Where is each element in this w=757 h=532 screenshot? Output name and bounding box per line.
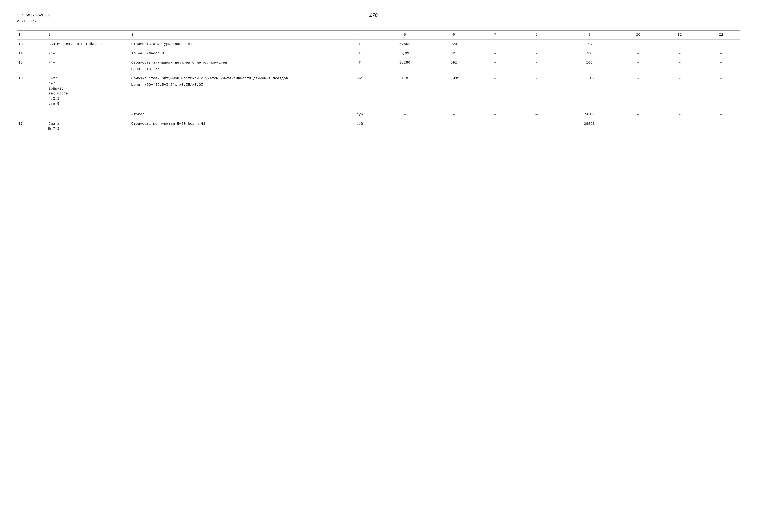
col-header-4: 4 <box>341 30 378 39</box>
row-i5-col10: – <box>619 58 657 74</box>
row-i5-col4: Т <box>341 58 378 74</box>
col-header-6: 6 <box>431 30 476 39</box>
row-i6-ref2: 4–7 <box>48 81 129 86</box>
row-i4-col8: – <box>514 49 560 58</box>
row-i4-col2: –"– <box>47 49 130 58</box>
row-i5-col8: – <box>514 58 560 74</box>
itogo-col5: — <box>378 108 431 119</box>
row-i6-col12: – <box>702 74 740 108</box>
page-header: Т.п.50I–07–3.83 Ал.III.87 178 <box>17 13 740 24</box>
row-i6-ref1: 8–27 <box>48 76 129 81</box>
table-row: I6 8–27 4–7 ЕрЕр–28 тех.часть п.2.I стр.… <box>17 74 740 108</box>
row-i6-ref4: тех.часть <box>48 91 129 96</box>
row-i3-col4: Т <box>341 39 378 49</box>
row-i5-col3: Стоимость закладных деталей с металлиза–… <box>130 58 341 74</box>
row-i4-col5: 0,09 <box>378 49 431 58</box>
row-i7-col3: Стоимость по пунктам 5÷50 без п.43 <box>130 119 341 134</box>
row-i4-col12: – <box>702 49 740 58</box>
row-i7-ref1: Смета <box>48 121 129 126</box>
row-i4-col7: – <box>476 49 514 58</box>
row-i7-ref2: № 7–I <box>48 126 129 131</box>
row-i5-col11: – <box>657 58 702 74</box>
row-i6-col9: I I0 <box>559 74 619 108</box>
row-i4-col9: 29 <box>559 49 619 58</box>
row-i4-col6: 32I <box>431 49 476 58</box>
itogo-col4: руб <box>341 108 378 119</box>
doc-reference: Т.п.50I–07–3.83 Ал.III.87 <box>17 13 50 24</box>
row-i7-col5: – <box>378 119 431 134</box>
col-header-1: I <box>17 30 47 39</box>
row-i4-col11: – <box>657 49 702 58</box>
row-i6-col8: – <box>514 74 560 108</box>
row-i4-col10: – <box>619 49 657 58</box>
col-header-7: 7 <box>476 30 514 39</box>
row-i3-col11: – <box>657 39 702 49</box>
row-i3-col1: I3 <box>17 39 47 49</box>
row-i3-col7: – <box>476 39 514 49</box>
itogo-col11: – <box>657 108 702 119</box>
row-i5-desc1: Стоимость закладных деталей с металлиза–… <box>131 60 340 65</box>
col-header-9: 9 <box>559 30 619 39</box>
table-row: I7 Смета № 7–I Стоимость по пунктам 5÷50… <box>17 119 740 134</box>
row-i6-ref6: стр.5 <box>48 101 129 106</box>
row-i3-col3: Стоимость арматуры класса АI <box>130 39 341 49</box>
row-i5-col12: – <box>702 58 740 74</box>
itogo-col8: — <box>514 108 560 119</box>
row-i6-col7: – <box>476 74 514 108</box>
itogo-col10: — <box>619 108 657 119</box>
row-i5-col2: –"– <box>47 58 130 74</box>
itogo-col3: Итого: <box>130 108 341 119</box>
itogo-col6: — <box>431 108 476 119</box>
row-i3-col9: I97 <box>559 39 619 49</box>
col-header-11: II <box>657 30 702 39</box>
row-i4-col1: I4 <box>17 49 47 58</box>
doc-ref-line1: Т.п.50I–07–3.83 <box>17 13 50 18</box>
row-i7-col10: – <box>619 119 657 134</box>
main-table: I 2 3 4 5 6 7 8 9 IO II I2 I3 ССЦ МО тех… <box>17 30 740 133</box>
row-i3-col2: ССЦ МО тех.часть табл.3–I <box>47 39 130 49</box>
row-i3-col10: – <box>619 39 657 49</box>
row-i3-col6: 229 <box>431 39 476 49</box>
table-row: I3 ССЦ МО тех.часть табл.3–I Стоимость а… <box>17 39 740 49</box>
row-i6-col11: – <box>657 74 702 108</box>
row-i6-desc2: Цена: /90+(I9,5+I,5)x x0,I5/x0,0I <box>131 82 340 87</box>
row-i4-col3: То же, класса ВI <box>130 49 341 58</box>
itogo-col7: — <box>476 108 514 119</box>
row-i7-col6: – <box>431 119 476 134</box>
row-i3-col8: – <box>514 39 560 49</box>
row-i6-col2: 8–27 4–7 ЕрЕр–28 тех.часть п.2.I стр.5 <box>47 74 130 108</box>
row-i7-col1: I7 <box>17 119 47 134</box>
col-header-12: I2 <box>702 30 740 39</box>
col-header-3: 3 <box>130 30 341 39</box>
row-i6-col3: Обмазка стоек битумной мастикой с учетом… <box>130 74 341 108</box>
col-header-2: 2 <box>47 30 130 39</box>
row-i7-col12: – <box>702 119 740 134</box>
row-i3-col5: 0,862 <box>378 39 431 49</box>
row-i5-col7: – <box>476 58 514 74</box>
itogo-col12: — <box>702 108 740 119</box>
row-i3-col12: – <box>702 39 740 49</box>
row-i7-col2: Смета № 7–I <box>47 119 130 134</box>
row-i6-ref3: ЕрЕр–28 <box>48 86 129 91</box>
row-i6-ref5: п.2.I <box>48 96 129 101</box>
page-number: 178 <box>50 13 697 18</box>
col-header-8: 8 <box>514 30 560 39</box>
row-i7-col8: – <box>514 119 560 134</box>
row-i7-col7: – <box>476 119 514 134</box>
row-i5-col5: 0,I80 <box>378 58 431 74</box>
row-i6-col10: – <box>619 74 657 108</box>
row-i5-desc2: Цена: 4I3+I78 <box>131 67 340 71</box>
col-header-10: IO <box>619 30 657 39</box>
row-i6-col4: М2 <box>341 74 378 108</box>
table-row-itogo: Итого: руб — — — — 58I3 — – — <box>17 108 740 119</box>
row-i7-col4: руб <box>341 119 378 134</box>
row-i6-desc1: Обмазка стоек битумной мастикой с учетом… <box>131 76 340 81</box>
col-header-5: 5 <box>378 30 431 39</box>
itogo-col9: 58I3 <box>559 108 619 119</box>
row-i7-col9: 28523 <box>559 119 619 134</box>
table-row: I4 –"– То же, класса ВI Т 0,09 32I – – 2… <box>17 49 740 58</box>
row-i5-col6: 59I <box>431 58 476 74</box>
table-row: I5 –"– Стоимость закладных деталей с мет… <box>17 58 740 74</box>
row-i5-col9: I06 <box>559 58 619 74</box>
row-i5-col1: I5 <box>17 58 47 74</box>
